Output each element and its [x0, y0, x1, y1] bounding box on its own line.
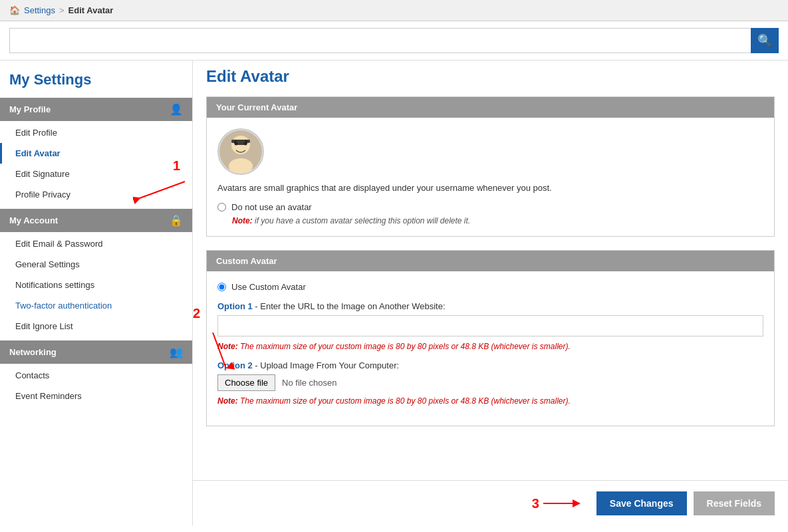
sidebar-item-edit-profile[interactable]: Edit Profile	[0, 122, 192, 143]
custom-avatar-body: Use Custom Avatar Option 1 - Enter the U…	[207, 271, 774, 426]
size-note-1-text: The maximum size of your custom image is…	[240, 342, 571, 351]
sidebar-item-edit-signature[interactable]: Edit Signature	[0, 164, 192, 184]
option2-label: Option 2 - Upload Image From Your Comput…	[217, 360, 763, 370]
sidebar-item-two-factor[interactable]: Two-factor authentication	[0, 295, 192, 316]
no-avatar-option: Do not use an avatar	[217, 202, 763, 212]
upload-row: Choose file No file chosen	[217, 374, 763, 391]
no-avatar-radio[interactable]	[217, 203, 226, 211]
size-note-2-text: The maximum size of your custom image is…	[240, 396, 571, 406]
use-custom-row: Use Custom Avatar	[217, 282, 763, 292]
custom-avatar-header: Custom Avatar	[207, 251, 774, 271]
home-icon: 🏠	[9, 5, 20, 15]
size-note-2: Note: The maximum size of your custom im…	[217, 396, 763, 406]
size-note-1-label: Note:	[217, 342, 238, 351]
sidebar-item-edit-email-password[interactable]: Edit Email & Password	[0, 233, 192, 254]
url-input[interactable]	[217, 315, 763, 336]
sidebar-item-ignore-list[interactable]: Edit Ignore List	[0, 316, 192, 336]
avatar-description: Avatars are small graphics that are disp…	[217, 183, 763, 193]
sidebar-item-profile-privacy[interactable]: Profile Privacy	[0, 184, 192, 205]
option1-highlight: Option 1	[217, 301, 253, 311]
search-input[interactable]	[9, 28, 751, 53]
sidebar-title: My Settings	[0, 67, 192, 98]
search-button[interactable]: 🔍	[751, 28, 779, 53]
search-bar: 🔍	[0, 21, 788, 61]
sidebar-item-general-settings[interactable]: General Settings	[0, 254, 192, 275]
current-avatar-section: Your Current Avatar	[206, 96, 775, 237]
note-text: if you have a custom avatar selecting th…	[255, 216, 470, 225]
option2-highlight: Option 2	[217, 360, 253, 370]
use-custom-label[interactable]: Use Custom Avatar	[231, 282, 306, 292]
main-container: My Settings My Profile 👤 Edit Profile Ed…	[0, 61, 788, 526]
option1-label: Option 1 - Enter the URL to the Image on…	[217, 301, 763, 311]
no-avatar-label[interactable]: Do not use an avatar	[231, 202, 312, 212]
sidebar-item-event-reminders[interactable]: Event Reminders	[0, 386, 192, 406]
search-icon: 🔍	[757, 33, 772, 48]
sidebar-item-contacts[interactable]: Contacts	[0, 365, 192, 386]
annotation-3-arrow	[543, 497, 583, 510]
annotation-3: 3	[532, 496, 539, 511]
breadcrumb-separator: >	[59, 5, 65, 15]
choose-file-button[interactable]: Choose file	[217, 374, 275, 391]
size-note-1: Note: The maximum size of your custom im…	[217, 342, 763, 351]
svg-rect-7	[245, 140, 250, 143]
custom-avatar-section: Custom Avatar Use Custom Avatar Option 1…	[206, 250, 775, 426]
current-avatar-body: Avatars are small graphics that are disp…	[207, 118, 774, 236]
option1-text: - Enter the URL to the Image on Another …	[255, 301, 445, 311]
lock-icon: 🔒	[170, 214, 183, 227]
use-custom-radio[interactable]	[217, 283, 226, 291]
sidebar-item-edit-avatar[interactable]: Edit Avatar	[0, 143, 192, 164]
page-title: Edit Avatar	[206, 67, 775, 86]
person-icon: 👤	[170, 103, 183, 116]
footer-buttons: 3 Save Changes Reset Fields	[193, 480, 788, 526]
breadcrumb-current: Edit Avatar	[68, 5, 114, 15]
size-note-2-label: Note:	[217, 396, 238, 406]
svg-rect-6	[231, 140, 237, 143]
breadcrumb-bar: 🏠 Settings > Edit Avatar	[0, 0, 788, 21]
my-account-label: My Account	[9, 215, 58, 225]
sidebar-section-networking: Networking 👥	[0, 340, 192, 364]
no-avatar-note: Note: if you have a custom avatar select…	[232, 216, 763, 225]
my-profile-label: My Profile	[9, 104, 51, 114]
sidebar-section-my-account: My Account 🔒	[0, 209, 192, 232]
sidebar-section-my-profile: My Profile 👤	[0, 98, 192, 121]
option2-text: - Upload Image From Your Computer:	[255, 360, 399, 370]
networking-label: Networking	[9, 347, 57, 357]
sidebar-item-notifications[interactable]: Notifications settings	[0, 275, 192, 295]
people-icon: 👥	[170, 346, 183, 358]
current-avatar-header: Your Current Avatar	[207, 97, 774, 118]
avatar-image	[217, 128, 264, 175]
sidebar: My Settings My Profile 👤 Edit Profile Ed…	[0, 61, 193, 526]
note-label: Note:	[232, 216, 253, 225]
breadcrumb-settings[interactable]: Settings	[24, 5, 55, 15]
reset-fields-button[interactable]: Reset Fields	[694, 491, 775, 515]
no-file-text: No file chosen	[282, 378, 336, 388]
content-area: Edit Avatar Your Current Avatar	[193, 61, 788, 480]
save-changes-button[interactable]: Save Changes	[596, 491, 687, 515]
